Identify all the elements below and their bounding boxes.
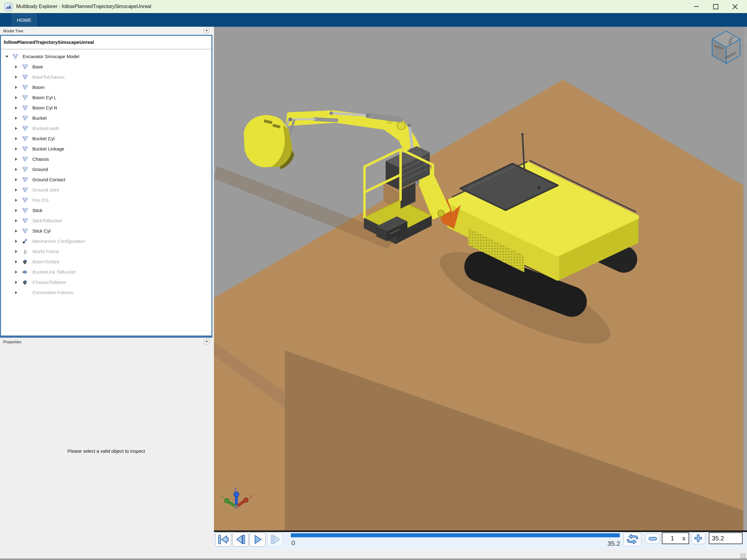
tree-item-ground[interactable]: Ground — [1, 164, 211, 175]
tree-item-label: Ground Joint — [32, 187, 59, 192]
model-root-name[interactable]: followPlannedTrajectorySimscapeUnreal — [1, 36, 211, 49]
subsystem-icon — [22, 95, 30, 100]
chevron-collapsed-icon[interactable] — [15, 65, 22, 69]
tree-item-boom-cyl-l[interactable]: Boom Cyl L — [1, 92, 211, 103]
tree-item-label: Boom Cyl L — [32, 95, 57, 100]
tree-item-excavator-simscape-model[interactable]: Excavator Simscape Model — [1, 51, 211, 61]
chevron-collapsed-icon[interactable] — [15, 229, 22, 233]
chevron-collapsed-icon[interactable] — [15, 75, 22, 79]
properties-title: Properties — [3, 340, 22, 344]
tree-item-bucket-cyl[interactable]: Bucket Cyl — [1, 133, 211, 144]
tree-item-world-frame[interactable]: World Frame — [1, 246, 211, 257]
chevron-collapsed-icon[interactable] — [15, 85, 22, 89]
step-back-button[interactable] — [232, 532, 249, 546]
chevron-collapsed-icon[interactable] — [15, 147, 22, 151]
tree-item-boomtostick[interactable]: BoomToStick — [1, 257, 211, 267]
subsystem-icon — [22, 146, 30, 151]
tree-item-sticktobucket[interactable]: StickToBucket — [1, 215, 211, 226]
chevron-collapsed-icon[interactable] — [15, 157, 22, 161]
chevron-expanded-icon[interactable] — [5, 55, 13, 58]
speed-increase-button[interactable] — [691, 532, 705, 544]
tab-home[interactable]: HOME — [11, 13, 37, 27]
speed-field[interactable]: 1 x — [662, 532, 689, 544]
model-tree-header: Model Tree — [0, 27, 212, 35]
chevron-collapsed-icon[interactable] — [15, 219, 22, 223]
tree-item-label: Mechanism Configuration — [32, 239, 85, 244]
subsystem-icon — [22, 157, 30, 161]
chevron-collapsed-icon[interactable] — [15, 209, 22, 212]
tree-item-bucket-linkage[interactable]: Bucket Linkage — [1, 144, 211, 154]
go-to-start-icon — [217, 534, 229, 545]
tree-item-label: Excavator Simscape Model — [23, 54, 79, 59]
tree-item-bucketlink-tobucket[interactable]: BucketLink ToBucket — [1, 267, 211, 277]
tree-item-basetochassis[interactable]: BaseToChassis — [1, 72, 211, 82]
chevron-collapsed-icon[interactable] — [15, 270, 22, 274]
play-button[interactable] — [250, 532, 265, 546]
tree-item-connection-frames[interactable]: Connection Frames — [1, 287, 211, 298]
tree-item-chassistoboom[interactable]: ChassisToBoom — [1, 277, 211, 287]
timeline-slider[interactable] — [291, 533, 620, 537]
chevron-collapsed-icon[interactable] — [15, 281, 22, 284]
z-axis-label: Z — [234, 487, 237, 492]
chevron-collapsed-icon[interactable] — [15, 291, 22, 294]
step-forward-icon — [269, 534, 281, 545]
viewport-3d[interactable]: TOP LEFT FRONT Z Y X — [214, 27, 747, 530]
scene-3d[interactable]: TOP LEFT FRONT Z Y X — [214, 27, 747, 530]
step-forward-button[interactable] — [267, 532, 283, 546]
tree-item-bucket[interactable]: Bucket — [1, 113, 211, 123]
tree-item-chassis[interactable]: Chassis — [1, 154, 211, 164]
tree-item-label: Pos CG — [32, 197, 49, 203]
tree-item-bucketloads[interactable]: BucketLoads — [1, 123, 211, 133]
tree-item-boom[interactable]: Boom — [1, 82, 211, 92]
multibody-explorer-window: Multibody Explorer - followPlannedTrajec… — [0, 0, 747, 560]
maximize-button[interactable] — [706, 0, 725, 13]
chevron-collapsed-icon[interactable] — [15, 96, 22, 100]
left-panel: Model Tree followPlannedTrajectorySimsca… — [0, 27, 212, 560]
world-frame-icon — [22, 249, 30, 254]
prismatic-joint-icon — [22, 270, 30, 274]
chevron-collapsed-icon[interactable] — [15, 188, 22, 192]
model-tree-collapse-icon[interactable] — [204, 28, 210, 33]
playback-bar: 0 35.2 1 x 35.2 — [214, 532, 747, 550]
subsystem-icon — [22, 198, 30, 203]
close-button[interactable] — [725, 0, 745, 13]
subsystem-icon — [22, 116, 30, 120]
subsystem-icon — [22, 177, 30, 182]
chevron-collapsed-icon[interactable] — [15, 168, 22, 171]
tree-item-label: BucketLink ToBucket — [32, 269, 76, 274]
go-to-start-button[interactable] — [215, 532, 231, 546]
minimize-button[interactable] — [687, 0, 706, 13]
chevron-collapsed-icon[interactable] — [15, 239, 22, 243]
time-field[interactable]: 35.2 — [709, 532, 743, 544]
end-time-label: 35.2 — [599, 540, 620, 547]
tree-item-stick[interactable]: Stick — [1, 205, 211, 215]
speed-decrease-button[interactable] — [645, 533, 660, 544]
subsystem-icon — [22, 167, 30, 171]
tree-item-pos-cg[interactable]: Pos CG — [1, 195, 211, 205]
maximize-icon — [713, 4, 718, 9]
chevron-collapsed-icon[interactable] — [15, 198, 22, 202]
tree-item-label: BaseToChassis — [32, 74, 65, 80]
chevron-collapsed-icon[interactable] — [15, 116, 22, 120]
tree-item-stick-cyl[interactable]: Stick Cyl — [1, 226, 211, 236]
chevron-collapsed-icon[interactable] — [15, 260, 22, 264]
viewport-scrollbar[interactable] — [743, 27, 747, 530]
time-field-value: 35.2 — [712, 535, 724, 542]
tree-item-label: Base — [32, 64, 43, 69]
window-title: Multibody Explorer - followPlannedTrajec… — [16, 4, 151, 9]
tree-item-ground-contact[interactable]: Ground Contact — [1, 175, 211, 185]
chevron-collapsed-icon[interactable] — [15, 178, 22, 182]
tree-item-ground-joint[interactable]: Ground Joint — [1, 185, 211, 195]
chevron-collapsed-icon[interactable] — [15, 127, 22, 130]
properties-collapse-icon[interactable] — [204, 339, 210, 345]
chevron-collapsed-icon[interactable] — [15, 137, 22, 140]
tree-item-mechanism-configuration[interactable]: Mechanism Configuration — [1, 236, 211, 246]
tree-item-label: Boom Cyl R — [32, 105, 57, 110]
chevron-collapsed-icon[interactable] — [15, 250, 22, 254]
loop-button[interactable] — [623, 532, 641, 546]
tree-item-base[interactable]: Base — [1, 61, 211, 72]
chevron-collapsed-icon[interactable] — [15, 106, 22, 110]
tree-item-boom-cyl-r[interactable]: Boom Cyl R — [1, 103, 211, 113]
resize-grip[interactable] — [740, 553, 746, 559]
plus-icon — [694, 534, 702, 542]
